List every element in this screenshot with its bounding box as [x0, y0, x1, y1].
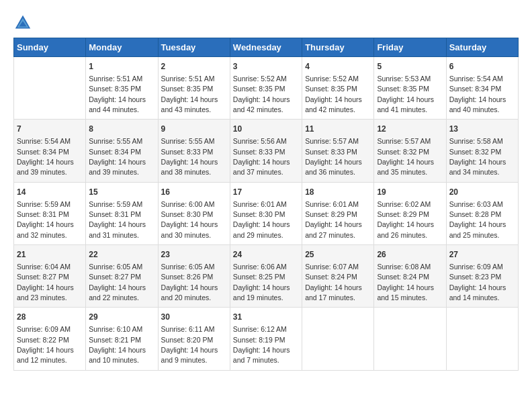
- day-number: 20: [449, 187, 515, 198]
- cell-info-line: and 17 minutes.: [305, 293, 355, 302]
- cell-info-line: and 19 minutes.: [233, 293, 283, 302]
- day-number: 7: [17, 124, 83, 135]
- cell-info-line: Sunrise: 5:58 AM: [449, 137, 503, 145]
- cell-info-line: and 9 minutes.: [161, 356, 208, 364]
- cell-info-line: Daylight: 14 hours: [377, 220, 434, 228]
- day-number: 25: [305, 249, 371, 261]
- cell-info-line: and 14 minutes.: [449, 293, 500, 302]
- cell-info-line: Sunrise: 5:55 AM: [161, 137, 215, 145]
- calendar-cell: 25Sunrise: 6:07 AMSunset: 8:24 PMDayligh…: [302, 245, 374, 308]
- calendar-cell: 9Sunrise: 5:55 AMSunset: 8:33 PMDaylight…: [158, 120, 230, 182]
- day-number: 19: [377, 187, 443, 198]
- cell-info-line: Sunset: 8:35 PM: [89, 85, 141, 93]
- cell-info-line: Sunrise: 5:54 AM: [17, 137, 71, 145]
- cell-info-line: Sunrise: 6:03 AM: [449, 200, 503, 208]
- cell-info-line: Sunrise: 6:12 AM: [233, 325, 287, 333]
- week-row-1: 1Sunrise: 5:51 AMSunset: 8:35 PMDaylight…: [14, 57, 519, 120]
- cell-info-line: and 20 minutes.: [161, 293, 212, 302]
- day-number: 12: [377, 124, 443, 135]
- day-number: 2: [161, 61, 227, 73]
- cell-info-line: Sunrise: 6:02 AM: [377, 200, 431, 208]
- cell-info-line: Sunrise: 5:56 AM: [233, 137, 287, 145]
- cell-info-line: Daylight: 14 hours: [449, 283, 506, 291]
- cell-info-line: Sunrise: 6:05 AM: [161, 263, 215, 271]
- cell-info-line: Sunrise: 6:06 AM: [233, 263, 287, 271]
- cell-info-line: Daylight: 14 hours: [161, 220, 218, 228]
- cell-info-line: Sunset: 8:32 PM: [377, 148, 429, 156]
- cell-info-line: and 34 minutes.: [449, 168, 500, 176]
- cell-info-line: Sunrise: 5:54 AM: [449, 75, 503, 83]
- cell-info-line: and 36 minutes.: [305, 168, 355, 176]
- calendar-cell: 23Sunrise: 6:05 AMSunset: 8:26 PMDayligh…: [158, 245, 230, 308]
- cell-info-line: Sunset: 8:30 PM: [161, 210, 214, 218]
- cell-info-line: and 26 minutes.: [377, 231, 427, 239]
- header: [13, 13, 519, 32]
- cell-info-line: Daylight: 14 hours: [89, 220, 146, 228]
- day-number: 17: [233, 187, 299, 198]
- cell-info-line: and 27 minutes.: [305, 231, 355, 239]
- cell-info-line: Sunrise: 5:59 AM: [17, 200, 71, 208]
- day-number: 28: [17, 312, 83, 323]
- cell-info-line: Daylight: 14 hours: [89, 346, 146, 354]
- cell-info-line: Daylight: 14 hours: [233, 283, 290, 291]
- day-number: 26: [377, 249, 443, 261]
- calendar-cell: 15Sunrise: 5:59 AMSunset: 8:31 PMDayligh…: [86, 182, 158, 244]
- cell-info-line: Daylight: 14 hours: [89, 158, 146, 166]
- calendar-cell: 28Sunrise: 6:09 AMSunset: 8:22 PMDayligh…: [14, 308, 86, 370]
- cell-info-line: and 15 minutes.: [377, 293, 427, 302]
- cell-info-line: Daylight: 14 hours: [17, 220, 74, 228]
- cell-info-line: and 30 minutes.: [161, 231, 212, 239]
- cell-info-line: Sunrise: 5:57 AM: [305, 137, 359, 145]
- day-number: 22: [89, 249, 154, 261]
- calendar-cell: 10Sunrise: 5:56 AMSunset: 8:33 PMDayligh…: [230, 120, 302, 182]
- cell-info-line: Sunrise: 6:01 AM: [305, 200, 359, 208]
- cell-info-line: Sunset: 8:27 PM: [17, 273, 69, 281]
- calendar-cell: [374, 308, 446, 370]
- calendar-cell: 29Sunrise: 6:10 AMSunset: 8:21 PMDayligh…: [86, 308, 158, 370]
- cell-info-line: and 31 minutes.: [89, 231, 139, 239]
- cell-info-line: Sunset: 8:31 PM: [17, 210, 69, 218]
- calendar-cell: [14, 57, 86, 120]
- cell-info-line: Sunrise: 5:53 AM: [377, 75, 431, 83]
- cell-info-line: Daylight: 14 hours: [305, 158, 362, 166]
- day-number: 21: [17, 249, 83, 261]
- day-number: 27: [449, 249, 515, 261]
- cell-info-line: Sunrise: 5:52 AM: [305, 75, 359, 83]
- calendar-cell: 2Sunrise: 5:51 AMSunset: 8:35 PMDaylight…: [158, 57, 230, 120]
- cell-info-line: Daylight: 14 hours: [233, 95, 290, 103]
- cell-info-line: and 32 minutes.: [17, 231, 67, 239]
- calendar-cell: 27Sunrise: 6:09 AMSunset: 8:23 PMDayligh…: [446, 245, 518, 308]
- cell-info-line: Sunset: 8:24 PM: [377, 273, 429, 281]
- cell-info-line: Sunrise: 6:09 AM: [17, 325, 71, 333]
- calendar-cell: 18Sunrise: 6:01 AMSunset: 8:29 PMDayligh…: [302, 182, 374, 244]
- cell-info-line: Sunset: 8:35 PM: [377, 85, 429, 93]
- cell-info-line: Sunset: 8:26 PM: [161, 273, 214, 281]
- cell-info-line: Sunset: 8:34 PM: [449, 85, 502, 93]
- cell-info-line: and 42 minutes.: [305, 105, 355, 113]
- cell-info-line: Daylight: 14 hours: [89, 95, 146, 103]
- cell-info-line: Sunset: 8:22 PM: [17, 336, 69, 344]
- cell-info-line: Daylight: 14 hours: [161, 95, 218, 103]
- cell-info-line: and 35 minutes.: [377, 168, 427, 176]
- day-number: 4: [305, 61, 371, 73]
- calendar-cell: 7Sunrise: 5:54 AMSunset: 8:34 PMDaylight…: [14, 120, 86, 182]
- day-number: 29: [89, 312, 154, 323]
- day-number: 6: [449, 61, 515, 73]
- cell-info-line: and 29 minutes.: [233, 231, 283, 239]
- calendar-cell: 13Sunrise: 5:58 AMSunset: 8:32 PMDayligh…: [446, 120, 518, 182]
- calendar-cell: 8Sunrise: 5:55 AMSunset: 8:34 PMDaylight…: [86, 120, 158, 182]
- cell-info-line: Sunrise: 6:07 AM: [305, 263, 359, 271]
- cell-info-line: Sunrise: 5:52 AM: [233, 75, 287, 83]
- cell-info-line: Sunset: 8:30 PM: [233, 210, 285, 218]
- cell-info-line: Daylight: 14 hours: [305, 220, 362, 228]
- cell-info-line: Sunrise: 6:10 AM: [89, 325, 142, 333]
- cell-info-line: Sunrise: 6:08 AM: [377, 263, 431, 271]
- cell-info-line: Sunrise: 5:57 AM: [377, 137, 431, 145]
- cell-info-line: Sunset: 8:28 PM: [449, 210, 502, 218]
- cell-info-line: Sunrise: 5:51 AM: [89, 75, 142, 83]
- cell-info-line: Daylight: 14 hours: [161, 346, 218, 354]
- day-number: 9: [161, 124, 227, 135]
- cell-info-line: Sunset: 8:35 PM: [305, 85, 357, 93]
- cell-info-line: and 38 minutes.: [161, 168, 212, 176]
- cell-info-line: Sunrise: 5:51 AM: [161, 75, 215, 83]
